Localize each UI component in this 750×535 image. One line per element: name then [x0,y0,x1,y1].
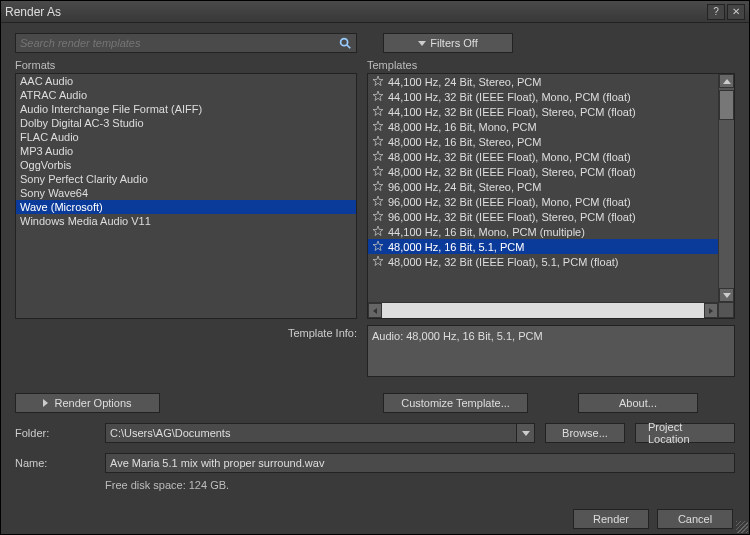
template-item[interactable]: 48,000 Hz, 16 Bit, Mono, PCM [368,119,734,134]
render-options-label: Render Options [54,397,131,409]
free-disk-space: Free disk space: 124 GB. [105,479,735,491]
format-item[interactable]: AAC Audio [16,74,356,88]
template-item[interactable]: 48,000 Hz, 16 Bit, Stereo, PCM [368,134,734,149]
star-icon[interactable] [372,195,384,209]
template-item-label: 48,000 Hz, 16 Bit, 5.1, PCM [388,241,524,253]
format-item[interactable]: Audio Interchange File Format (AIFF) [16,102,356,116]
window-title: Render As [5,5,707,19]
chevron-right-icon [709,308,713,314]
star-icon[interactable] [372,120,384,134]
format-item[interactable]: OggVorbis [16,158,356,172]
format-item[interactable]: ATRAC Audio [16,88,356,102]
template-item[interactable]: 48,000 Hz, 32 Bit (IEEE Float), Stereo, … [368,164,734,179]
template-item[interactable]: 44,100 Hz, 32 Bit (IEEE Float), Stereo, … [368,104,734,119]
help-button[interactable]: ? [707,4,725,20]
scroll-track[interactable] [382,303,704,318]
search-input[interactable] [20,37,338,49]
scroll-left-button[interactable] [368,303,382,318]
format-item[interactable]: Wave (Microsoft) [16,200,356,214]
customize-template-button[interactable]: Customize Template... [383,393,528,413]
svg-point-0 [341,39,348,46]
titlebar: Render As ? ✕ [1,1,749,23]
template-info-label: Template Info: [15,325,357,377]
template-item-label: 44,100 Hz, 16 Bit, Mono, PCM (multiple) [388,226,585,238]
template-item[interactable]: 96,000 Hz, 32 Bit (IEEE Float), Stereo, … [368,209,734,224]
template-item-label: 48,000 Hz, 32 Bit (IEEE Float), 5.1, PCM… [388,256,618,268]
templates-header: Templates [367,57,735,73]
chevron-down-icon [418,41,426,46]
template-item[interactable]: 48,000 Hz, 16 Bit, 5.1, PCM [368,239,734,254]
template-item[interactable]: 44,100 Hz, 24 Bit, Stereo, PCM [368,74,734,89]
scroll-corner [718,302,734,318]
template-item[interactable]: 96,000 Hz, 32 Bit (IEEE Float), Mono, PC… [368,194,734,209]
star-icon[interactable] [372,150,384,164]
browse-button[interactable]: Browse... [545,423,625,443]
project-location-button[interactable]: Project Location [635,423,735,443]
template-item[interactable]: 44,100 Hz, 16 Bit, Mono, PCM (multiple) [368,224,734,239]
scroll-down-button[interactable] [719,288,734,302]
template-item-label: 44,100 Hz, 32 Bit (IEEE Float), Stereo, … [388,106,636,118]
template-item-label: 48,000 Hz, 32 Bit (IEEE Float), Stereo, … [388,166,636,178]
chevron-left-icon [373,308,377,314]
formats-header: Formats [15,57,357,73]
resize-grip[interactable] [736,521,748,533]
scroll-right-button[interactable] [704,303,718,318]
folder-input[interactable] [105,423,517,443]
search-field[interactable] [15,33,357,53]
chevron-down-icon [723,293,731,298]
format-item[interactable]: FLAC Audio [16,130,356,144]
folder-dropdown-button[interactable] [517,423,535,443]
name-label: Name: [15,457,95,469]
name-input[interactable] [105,453,735,473]
template-item[interactable]: 44,100 Hz, 32 Bit (IEEE Float), Mono, PC… [368,89,734,104]
template-item-label: 96,000 Hz, 24 Bit, Stereo, PCM [388,181,541,193]
template-item-label: 48,000 Hz, 32 Bit (IEEE Float), Mono, PC… [388,151,631,163]
star-icon[interactable] [372,135,384,149]
template-info-box: Audio: 48,000 Hz, 16 Bit, 5.1, PCM [367,325,735,377]
format-item[interactable]: Sony Perfect Clarity Audio [16,172,356,186]
template-item-label: 96,000 Hz, 32 Bit (IEEE Float), Stereo, … [388,211,636,223]
template-item-label: 48,000 Hz, 16 Bit, Mono, PCM [388,121,537,133]
star-icon[interactable] [372,90,384,104]
star-icon[interactable] [372,180,384,194]
template-item[interactable]: 48,000 Hz, 32 Bit (IEEE Float), 5.1, PCM… [368,254,734,269]
search-icon [338,36,352,50]
scroll-up-button[interactable] [719,74,734,88]
render-options-button[interactable]: Render Options [15,393,160,413]
filters-button[interactable]: Filters Off [383,33,513,53]
template-item-label: 96,000 Hz, 32 Bit (IEEE Float), Mono, PC… [388,196,631,208]
formats-list[interactable]: AAC AudioATRAC AudioAudio Interchange Fi… [15,73,357,319]
vertical-scrollbar[interactable] [718,74,734,318]
close-button[interactable]: ✕ [727,4,745,20]
template-item-label: 44,100 Hz, 32 Bit (IEEE Float), Mono, PC… [388,91,631,103]
star-icon[interactable] [372,210,384,224]
horizontal-scrollbar[interactable] [368,302,718,318]
template-info-text: Audio: 48,000 Hz, 16 Bit, 5.1, PCM [372,330,543,342]
template-item-label: 48,000 Hz, 16 Bit, Stereo, PCM [388,136,541,148]
filters-label: Filters Off [430,37,477,49]
render-button[interactable]: Render [573,509,649,529]
template-item[interactable]: 96,000 Hz, 24 Bit, Stereo, PCM [368,179,734,194]
about-button[interactable]: About... [578,393,698,413]
star-icon[interactable] [372,75,384,89]
star-icon[interactable] [372,255,384,269]
chevron-right-icon [43,399,48,407]
star-icon[interactable] [372,225,384,239]
scroll-thumb[interactable] [719,90,734,120]
format-item[interactable]: Sony Wave64 [16,186,356,200]
format-item[interactable]: MP3 Audio [16,144,356,158]
chevron-up-icon [723,79,731,84]
format-item[interactable]: Dolby Digital AC-3 Studio [16,116,356,130]
svg-line-1 [347,45,351,49]
star-icon[interactable] [372,240,384,254]
folder-label: Folder: [15,427,95,439]
star-icon[interactable] [372,165,384,179]
template-item-label: 44,100 Hz, 24 Bit, Stereo, PCM [388,76,541,88]
templates-list[interactable]: 44,100 Hz, 24 Bit, Stereo, PCM44,100 Hz,… [367,73,735,319]
format-item[interactable]: Windows Media Audio V11 [16,214,356,228]
template-item[interactable]: 48,000 Hz, 32 Bit (IEEE Float), Mono, PC… [368,149,734,164]
star-icon[interactable] [372,105,384,119]
cancel-button[interactable]: Cancel [657,509,733,529]
chevron-down-icon [522,431,530,436]
